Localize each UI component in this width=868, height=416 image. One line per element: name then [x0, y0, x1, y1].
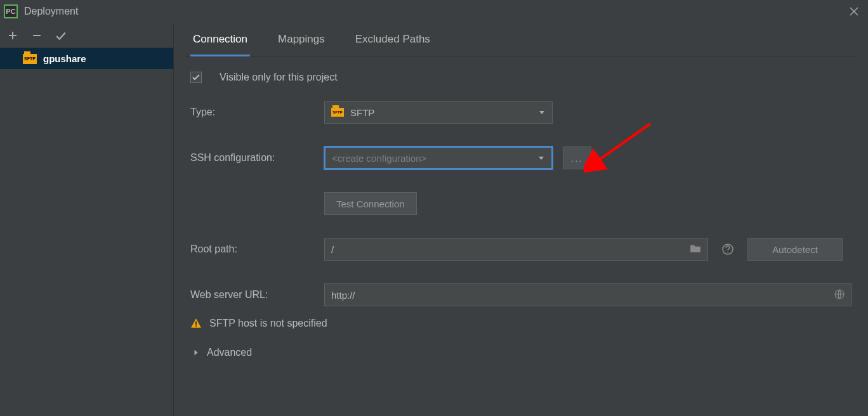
advanced-label: Advanced — [207, 347, 252, 358]
root-path-help-button[interactable] — [718, 240, 737, 259]
check-icon — [55, 30, 67, 41]
close-icon — [849, 6, 859, 16]
ssh-config-label: SSH configuration: — [190, 152, 314, 164]
tab-bar: Connection Mappings Excluded Paths — [185, 23, 857, 56]
server-list-item[interactable]: SFTP gpushare — [0, 48, 173, 69]
web-url-value: http:// — [331, 290, 828, 301]
svg-point-8 — [727, 252, 728, 253]
app-icon-text: PC — [6, 8, 15, 15]
window-title: Deployment — [24, 6, 78, 17]
ssh-config-dropdown[interactable]: <create configuration> — [324, 146, 553, 169]
chevron-down-icon — [537, 153, 545, 164]
warning-text: SFTP host is not specified — [209, 318, 327, 329]
main-panel: Connection Mappings Excluded Paths Visib… — [174, 23, 868, 416]
add-server-button[interactable] — [5, 28, 20, 43]
tab-connection[interactable]: Connection — [190, 23, 250, 56]
sftp-icon: SFTP — [331, 108, 344, 117]
folder-icon — [690, 243, 701, 256]
svg-rect-11 — [195, 322, 197, 325]
web-url-input[interactable]: http:// — [324, 283, 852, 306]
root-path-label: Root path: — [190, 244, 314, 255]
type-label: Type: — [190, 107, 314, 118]
titlebar: PC Deployment — [0, 0, 868, 23]
svg-marker-13 — [195, 350, 198, 355]
help-icon — [722, 244, 733, 255]
autodetect-button[interactable]: Autodetect — [747, 238, 843, 261]
tab-mappings[interactable]: Mappings — [275, 23, 327, 56]
tab-excluded-paths[interactable]: Excluded Paths — [353, 23, 433, 56]
remove-server-button[interactable] — [29, 28, 44, 43]
root-path-input[interactable]: / — [324, 238, 708, 261]
sftp-folder-icon: SFTP — [23, 54, 37, 64]
chevron-right-icon — [193, 349, 199, 356]
web-url-label: Web server URL: — [190, 289, 314, 301]
warning-icon — [190, 318, 202, 329]
type-dropdown[interactable]: SFTP SFTP — [324, 101, 553, 124]
ssh-config-value: <create configuration> — [332, 153, 426, 164]
checkmark-icon — [192, 74, 200, 81]
warning-message: SFTP host is not specified — [190, 318, 852, 329]
chevron-down-icon — [538, 107, 546, 118]
globe-icon — [834, 289, 845, 301]
plus-icon — [8, 30, 18, 41]
visible-only-label: Visible only for this project — [220, 72, 338, 83]
svg-marker-6 — [539, 157, 544, 160]
app-icon: PC — [4, 4, 18, 18]
type-value: SFTP — [350, 107, 374, 118]
svg-rect-12 — [195, 325, 197, 327]
advanced-expander[interactable]: Advanced — [190, 347, 852, 358]
ellipsis-icon: ... — [571, 153, 583, 164]
apply-button[interactable] — [53, 28, 69, 43]
visible-only-checkbox[interactable] — [190, 72, 202, 83]
test-connection-button[interactable]: Test Connection — [324, 192, 417, 215]
close-button[interactable] — [848, 5, 860, 18]
minus-icon — [32, 30, 42, 41]
sidebar: SFTP gpushare — [0, 23, 174, 416]
sidebar-toolbar — [0, 23, 173, 48]
ssh-config-browse-button[interactable]: ... — [563, 146, 591, 169]
root-path-value: / — [331, 244, 683, 255]
server-name: gpushare — [43, 53, 86, 64]
svg-marker-5 — [539, 111, 544, 114]
